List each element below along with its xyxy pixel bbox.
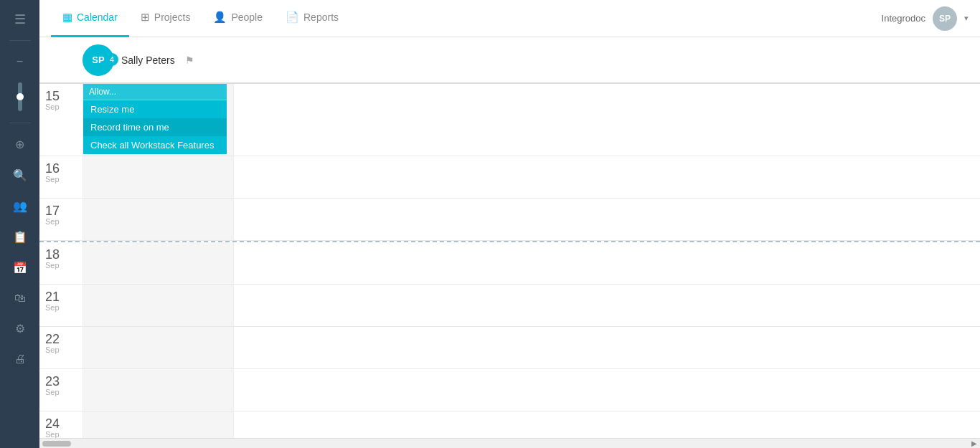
- day-month-23: Sep: [45, 388, 60, 396]
- calendar-nav-icon: ▦: [62, 11, 72, 24]
- sidebar-icon-calendar[interactable]: 📅: [7, 255, 33, 280]
- sidebar-icon-people[interactable]: 👥: [7, 194, 33, 219]
- day-month-17: Sep: [45, 217, 60, 226]
- person-header: SP 4 Sally Peters ⚑: [39, 37, 980, 84]
- person-day-cell-23[interactable]: [83, 369, 233, 411]
- scrollbar-thumb[interactable]: [42, 441, 71, 447]
- sidebar-icon-clipboard[interactable]: 📋: [7, 224, 33, 249]
- projects-nav-icon: ⊞: [141, 11, 150, 24]
- day-num-24: 24: [45, 417, 60, 430]
- nav-people[interactable]: 👤 People: [202, 0, 274, 37]
- sidebar: ☰ − ⊕ 🔍 👥 📋 📅 🛍 ⚙ 🖨: [0, 0, 39, 448]
- context-menu-record[interactable]: Record time on me: [83, 118, 227, 136]
- calendar-row-23: 23 Sep: [39, 369, 980, 411]
- sidebar-icon-search[interactable]: 🔍: [7, 163, 33, 188]
- sidebar-icon-settings[interactable]: ⚙: [7, 316, 33, 341]
- day-cell-24[interactable]: [233, 411, 980, 438]
- day-label-17: 17 Sep: [39, 199, 83, 240]
- person-day-cell-17[interactable]: [83, 199, 233, 240]
- day-label-16: 16 Sep: [39, 156, 83, 198]
- sidebar-icon-print[interactable]: 🖨: [7, 347, 33, 371]
- day-cell-18[interactable]: [233, 242, 980, 284]
- top-navigation: ▦ Calendar ⊞ Projects 👤 People 📄 Reports…: [39, 0, 980, 37]
- day-label-21: 21 Sep: [39, 285, 83, 326]
- sidebar-icon-add[interactable]: ⊕: [7, 132, 33, 157]
- day-month-15: Sep: [45, 103, 60, 111]
- day-num-17: 17: [45, 204, 60, 217]
- user-initials: SP: [939, 14, 951, 24]
- day-cell-22[interactable]: [233, 327, 980, 368]
- day-month-21: Sep: [45, 303, 60, 312]
- day-label-23: 23 Sep: [39, 369, 83, 411]
- reports-nav-icon: 📄: [286, 11, 299, 24]
- day-cell-15[interactable]: [233, 84, 980, 156]
- day-num-15: 15: [45, 90, 60, 103]
- app-name-label: Integrodoc: [882, 13, 925, 24]
- calendar-row-21: 21 Sep: [39, 285, 980, 327]
- user-avatar-button[interactable]: SP: [933, 6, 957, 31]
- badge-count: 4: [110, 55, 114, 64]
- nav-calendar-label: Calendar: [77, 11, 118, 23]
- day-cell-21[interactable]: [233, 285, 980, 326]
- person-day-cell-18[interactable]: [83, 242, 233, 284]
- calendar-row-17: 17 Sep: [39, 199, 980, 241]
- day-num-23: 23: [45, 375, 60, 388]
- topnav-right: Integrodoc SP ▾: [882, 6, 969, 31]
- menu-icon[interactable]: ☰: [7, 7, 33, 32]
- person-avatar-wrap: SP 4: [83, 44, 114, 76]
- event-title[interactable]: Allow...: [83, 84, 227, 100]
- nav-reports[interactable]: 📄 Reports: [274, 0, 350, 37]
- day-label-18: 18 Sep: [39, 242, 83, 284]
- calendar-body[interactable]: 15 Sep Allow... Resize me Record time on…: [39, 84, 980, 438]
- calendar-row-24: 24 Sep: [39, 411, 980, 438]
- person-day-cell-24[interactable]: [83, 411, 233, 438]
- person-badge: 4: [105, 53, 118, 66]
- day-month-18: Sep: [45, 261, 60, 270]
- day-num-21: 21: [45, 290, 60, 303]
- sidebar-divider: [9, 40, 31, 41]
- day-cell-17[interactable]: [233, 199, 980, 240]
- nav-reports-label: Reports: [303, 11, 339, 23]
- day-cell-16[interactable]: [233, 156, 980, 198]
- sidebar-icon-minus[interactable]: −: [7, 49, 33, 74]
- day-month-16: Sep: [45, 175, 60, 184]
- person-day-cell-22[interactable]: [83, 327, 233, 368]
- person-column: SP 4 Sally Peters ⚑: [83, 44, 233, 76]
- day-num-22: 22: [45, 333, 60, 345]
- bottom-scrollbar[interactable]: ▶: [39, 438, 980, 448]
- calendar-row-22: 22 Sep: [39, 327, 980, 369]
- context-menu-resize[interactable]: Resize me: [83, 100, 227, 118]
- people-nav-icon: 👤: [213, 11, 227, 24]
- slider-handle: [17, 93, 24, 100]
- person-day-cell-16[interactable]: [83, 156, 233, 198]
- nav-people-label: People: [231, 11, 263, 23]
- day-cell-23[interactable]: [233, 369, 980, 411]
- day-label-22: 22 Sep: [39, 327, 83, 368]
- day-num-18: 18: [45, 248, 60, 261]
- day-label-24: 24 Sep: [39, 411, 83, 438]
- day-month-24: Sep: [45, 430, 60, 438]
- person-initials: SP: [92, 54, 104, 65]
- sidebar-slider[interactable]: [18, 82, 22, 111]
- calendar-area: SP 4 Sally Peters ⚑ 15 Sep: [39, 37, 980, 448]
- day-label-15: 15 Sep: [39, 84, 83, 156]
- person-day-cell-15[interactable]: Allow... Resize me Record time on me Che…: [83, 84, 233, 156]
- calendar-row-16: 16 Sep: [39, 156, 980, 199]
- nav-calendar[interactable]: ▦ Calendar: [51, 0, 129, 37]
- sidebar-icon-bag[interactable]: 🛍: [7, 286, 33, 310]
- nav-projects-label: Projects: [154, 11, 191, 23]
- calendar-row-18: 18 Sep: [39, 241, 980, 285]
- pin-icon[interactable]: ⚑: [185, 54, 194, 66]
- calendar-row-15: 15 Sep Allow... Resize me Record time on…: [39, 84, 980, 156]
- nav-projects[interactable]: ⊞ Projects: [129, 0, 202, 37]
- person-day-cell-21[interactable]: [83, 285, 233, 326]
- main-content: ▦ Calendar ⊞ Projects 👤 People 📄 Reports…: [39, 0, 980, 448]
- sidebar-divider-2: [9, 123, 31, 123]
- person-name: Sally Peters: [121, 54, 175, 66]
- scrollbar-right-arrow[interactable]: ▶: [971, 439, 977, 447]
- user-dropdown-arrow[interactable]: ▾: [964, 14, 969, 23]
- context-menu: Resize me Record time on me Check all Wo…: [83, 100, 227, 154]
- day-month-22: Sep: [45, 345, 60, 354]
- context-menu-check[interactable]: Check all Workstack Features: [83, 136, 227, 154]
- event-block-15[interactable]: Allow... Resize me Record time on me Che…: [83, 84, 227, 154]
